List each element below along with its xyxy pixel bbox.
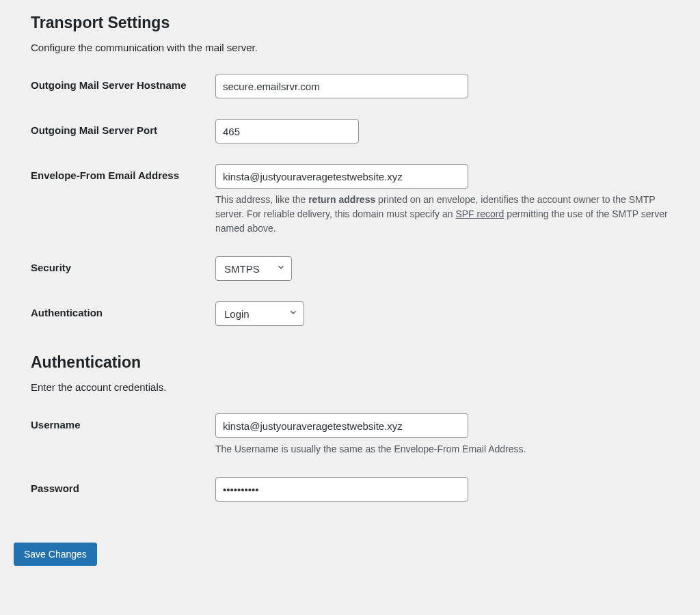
security-label: Security [31, 256, 215, 275]
port-input[interactable] [215, 119, 359, 144]
transport-settings-title: Transport Settings [31, 14, 669, 32]
authentication-select[interactable]: Login [216, 302, 305, 325]
port-label: Outgoing Mail Server Port [31, 119, 215, 137]
authentication-section-title: Authentication [31, 353, 669, 372]
authentication-section-description: Enter the account credentials. [31, 381, 669, 393]
envelope-from-help: This address, like the return address pr… [215, 193, 669, 236]
password-label: Password [31, 477, 215, 495]
envelope-from-input[interactable] [215, 164, 468, 189]
transport-settings-description: Configure the communication with the mai… [31, 42, 669, 53]
authentication-label: Authentication [31, 301, 215, 320]
password-input[interactable] [215, 477, 468, 502]
username-input[interactable] [215, 413, 468, 438]
save-changes-button[interactable]: Save Changes [14, 543, 97, 566]
hostname-input[interactable] [215, 74, 468, 98]
username-help: The Username is usually the same as the … [215, 442, 669, 456]
envelope-from-label: Envelope-From Email Address [31, 164, 215, 182]
security-select[interactable]: SMTPS [216, 257, 293, 280]
hostname-label: Outgoing Mail Server Hostname [31, 74, 215, 92]
username-label: Username [31, 413, 215, 432]
spf-record-link[interactable]: SPF record [455, 208, 504, 219]
